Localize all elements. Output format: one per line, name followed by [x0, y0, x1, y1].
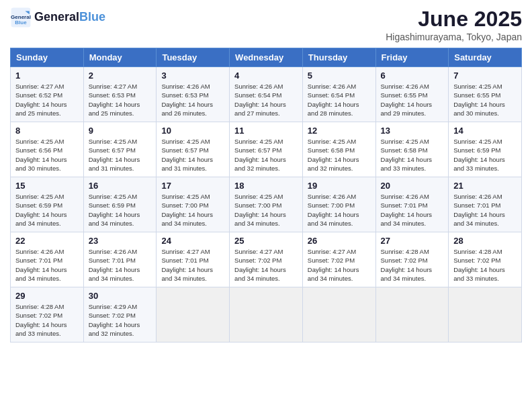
day-info: Sunrise: 4:25 AM Sunset: 6:59 PM Dayligh…: [89, 192, 152, 228]
table-row: 3Sunrise: 4:26 AM Sunset: 6:53 PM Daylig…: [157, 67, 230, 122]
day-number: 6: [381, 71, 444, 81]
day-number: 17: [161, 181, 224, 191]
logo-icon: General Blue: [10, 7, 32, 28]
day-info: Sunrise: 4:26 AM Sunset: 6:54 PM Dayligh…: [308, 82, 371, 118]
table-row: [449, 287, 522, 342]
table-row: 9Sunrise: 4:25 AM Sunset: 6:57 PM Daylig…: [83, 122, 157, 177]
day-info: Sunrise: 4:25 AM Sunset: 6:59 PM Dayligh…: [453, 137, 517, 173]
day-info: Sunrise: 4:27 AM Sunset: 7:02 PM Dayligh…: [308, 247, 371, 283]
table-row: [230, 287, 303, 342]
day-number: 8: [15, 126, 79, 136]
day-info: Sunrise: 4:25 AM Sunset: 6:57 PM Dayligh…: [161, 137, 224, 173]
day-number: 12: [308, 126, 371, 136]
title-area: June 2025 Higashimurayama, Tokyo, Japan: [386, 7, 522, 42]
day-number: 18: [234, 181, 298, 191]
table-row: 2Sunrise: 4:27 AM Sunset: 6:53 PM Daylig…: [83, 67, 157, 122]
table-row: 17Sunrise: 4:25 AM Sunset: 7:00 PM Dayli…: [157, 177, 230, 232]
day-number: 29: [15, 291, 79, 301]
day-info: Sunrise: 4:26 AM Sunset: 6:53 PM Dayligh…: [161, 82, 224, 118]
col-monday: Monday: [83, 48, 157, 67]
day-info: Sunrise: 4:26 AM Sunset: 6:54 PM Dayligh…: [234, 82, 298, 118]
col-sunday: Sunday: [11, 48, 84, 67]
calendar-week-row: 22Sunrise: 4:26 AM Sunset: 7:01 PM Dayli…: [11, 232, 522, 287]
day-number: 9: [89, 126, 152, 136]
table-row: 30Sunrise: 4:29 AM Sunset: 7:02 PM Dayli…: [83, 287, 157, 342]
table-row: 8Sunrise: 4:25 AM Sunset: 6:56 PM Daylig…: [11, 122, 84, 177]
day-info: Sunrise: 4:27 AM Sunset: 6:53 PM Dayligh…: [89, 82, 152, 118]
day-info: Sunrise: 4:28 AM Sunset: 7:02 PM Dayligh…: [453, 247, 517, 283]
day-info: Sunrise: 4:27 AM Sunset: 7:02 PM Dayligh…: [234, 247, 298, 283]
day-info: Sunrise: 4:25 AM Sunset: 6:58 PM Dayligh…: [308, 137, 371, 173]
month-title: June 2025: [386, 7, 522, 32]
day-info: Sunrise: 4:28 AM Sunset: 7:02 PM Dayligh…: [381, 247, 444, 283]
calendar-week-row: 29Sunrise: 4:28 AM Sunset: 7:02 PM Dayli…: [11, 287, 522, 342]
calendar-week-row: 1Sunrise: 4:27 AM Sunset: 6:52 PM Daylig…: [11, 67, 522, 122]
day-info: Sunrise: 4:27 AM Sunset: 7:01 PM Dayligh…: [161, 247, 224, 283]
table-row: 19Sunrise: 4:26 AM Sunset: 7:00 PM Dayli…: [302, 177, 375, 232]
table-row: 1Sunrise: 4:27 AM Sunset: 6:52 PM Daylig…: [11, 67, 84, 122]
day-info: Sunrise: 4:25 AM Sunset: 6:56 PM Dayligh…: [15, 137, 79, 173]
day-number: 21: [453, 181, 517, 191]
location-title: Higashimurayama, Tokyo, Japan: [386, 32, 522, 42]
day-number: 10: [161, 126, 224, 136]
day-number: 11: [234, 126, 298, 136]
logo-text: GeneralBlue: [34, 11, 105, 24]
day-number: 20: [381, 181, 444, 191]
day-number: 1: [15, 71, 79, 81]
day-info: Sunrise: 4:25 AM Sunset: 7:00 PM Dayligh…: [234, 192, 298, 228]
table-row: 12Sunrise: 4:25 AM Sunset: 6:58 PM Dayli…: [302, 122, 375, 177]
day-number: 26: [308, 236, 371, 246]
table-row: 11Sunrise: 4:25 AM Sunset: 6:57 PM Dayli…: [230, 122, 303, 177]
day-number: 13: [381, 126, 444, 136]
calendar-week-row: 15Sunrise: 4:25 AM Sunset: 6:59 PM Dayli…: [11, 177, 522, 232]
table-row: 16Sunrise: 4:25 AM Sunset: 6:59 PM Dayli…: [83, 177, 157, 232]
table-row: 26Sunrise: 4:27 AM Sunset: 7:02 PM Dayli…: [302, 232, 375, 287]
table-row: [157, 287, 230, 342]
day-info: Sunrise: 4:26 AM Sunset: 7:00 PM Dayligh…: [308, 192, 371, 228]
day-info: Sunrise: 4:29 AM Sunset: 7:02 PM Dayligh…: [89, 302, 152, 338]
table-row: [302, 287, 375, 342]
day-info: Sunrise: 4:27 AM Sunset: 6:52 PM Dayligh…: [15, 82, 79, 118]
day-info: Sunrise: 4:26 AM Sunset: 6:55 PM Dayligh…: [381, 82, 444, 118]
table-row: 5Sunrise: 4:26 AM Sunset: 6:54 PM Daylig…: [302, 67, 375, 122]
day-number: 2: [89, 71, 152, 81]
table-row: 7Sunrise: 4:25 AM Sunset: 6:55 PM Daylig…: [449, 67, 522, 122]
day-number: 24: [161, 236, 224, 246]
table-row: 13Sunrise: 4:25 AM Sunset: 6:58 PM Dayli…: [375, 122, 449, 177]
table-row: 20Sunrise: 4:26 AM Sunset: 7:01 PM Dayli…: [375, 177, 449, 232]
svg-text:Blue: Blue: [15, 19, 27, 26]
calendar-week-row: 8Sunrise: 4:25 AM Sunset: 6:56 PM Daylig…: [11, 122, 522, 177]
day-info: Sunrise: 4:25 AM Sunset: 6:55 PM Dayligh…: [453, 82, 517, 118]
day-number: 16: [89, 181, 152, 191]
col-thursday: Thursday: [302, 48, 375, 67]
day-number: 28: [453, 236, 517, 246]
table-row: 4Sunrise: 4:26 AM Sunset: 6:54 PM Daylig…: [230, 67, 303, 122]
table-row: 27Sunrise: 4:28 AM Sunset: 7:02 PM Dayli…: [375, 232, 449, 287]
day-number: 15: [15, 181, 79, 191]
day-info: Sunrise: 4:25 AM Sunset: 6:57 PM Dayligh…: [234, 137, 298, 173]
calendar-table: Sunday Monday Tuesday Wednesday Thursday…: [10, 48, 522, 342]
day-number: 30: [89, 291, 152, 301]
day-number: 14: [453, 126, 517, 136]
page-header: General Blue GeneralBlue June 2025 Higas…: [10, 7, 522, 42]
day-number: 7: [453, 71, 517, 81]
table-row: 6Sunrise: 4:26 AM Sunset: 6:55 PM Daylig…: [375, 67, 449, 122]
day-number: 4: [234, 71, 298, 81]
col-wednesday: Wednesday: [230, 48, 303, 67]
table-row: 29Sunrise: 4:28 AM Sunset: 7:02 PM Dayli…: [11, 287, 84, 342]
day-info: Sunrise: 4:26 AM Sunset: 7:01 PM Dayligh…: [15, 247, 79, 283]
day-info: Sunrise: 4:25 AM Sunset: 6:58 PM Dayligh…: [381, 137, 444, 173]
day-info: Sunrise: 4:26 AM Sunset: 7:01 PM Dayligh…: [381, 192, 444, 228]
col-friday: Friday: [375, 48, 449, 67]
day-number: 3: [161, 71, 224, 81]
day-number: 5: [308, 71, 371, 81]
day-info: Sunrise: 4:25 AM Sunset: 6:57 PM Dayligh…: [89, 137, 152, 173]
table-row: 25Sunrise: 4:27 AM Sunset: 7:02 PM Dayli…: [230, 232, 303, 287]
table-row: 15Sunrise: 4:25 AM Sunset: 6:59 PM Dayli…: [11, 177, 84, 232]
table-row: 24Sunrise: 4:27 AM Sunset: 7:01 PM Dayli…: [157, 232, 230, 287]
day-number: 19: [308, 181, 371, 191]
day-number: 23: [89, 236, 152, 246]
day-info: Sunrise: 4:26 AM Sunset: 7:01 PM Dayligh…: [89, 247, 152, 283]
day-info: Sunrise: 4:25 AM Sunset: 6:59 PM Dayligh…: [15, 192, 79, 228]
day-number: 27: [381, 236, 444, 246]
